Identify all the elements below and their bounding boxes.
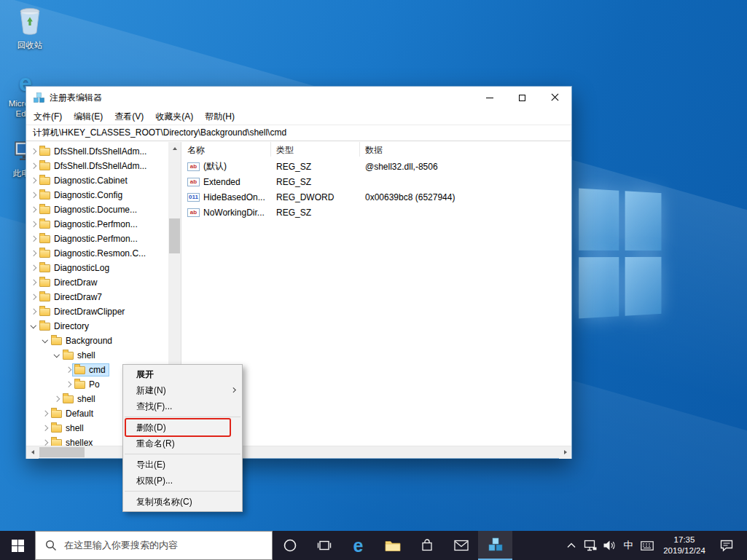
tray-chevron-up-button[interactable] <box>562 531 581 560</box>
tree-item[interactable]: Diagnostic.Config <box>26 188 181 202</box>
scrollbar-thumb[interactable] <box>169 218 180 253</box>
tree-item-body[interactable]: shellex <box>50 437 95 446</box>
tree-item-body[interactable]: Diagnostic.Cabinet <box>38 175 130 186</box>
registry-value-row[interactable]: ab(默认)REG_SZ@shell32.dll,-8506 <box>182 159 571 174</box>
tree-item[interactable]: DfsShell.DfsShellAdm... <box>26 144 181 159</box>
taskbar-store-button[interactable] <box>410 531 444 560</box>
tree-item-body[interactable]: Background <box>50 335 115 347</box>
column-header[interactable]: 类型 <box>271 142 360 157</box>
taskbar-search-box[interactable]: 在这里输入你要搜索的内容 <box>35 531 273 560</box>
chevron-down-icon[interactable] <box>29 322 38 331</box>
maximize-button[interactable] <box>506 87 539 109</box>
tree-item[interactable]: DiagnosticLog <box>26 261 181 275</box>
context-menu-item[interactable]: 删除(D) <box>123 419 242 435</box>
chevron-right-icon[interactable] <box>52 395 61 403</box>
tree-item[interactable]: Directory <box>26 319 181 334</box>
menubar-item[interactable]: 文件(F) <box>28 109 68 125</box>
tree-item[interactable]: Diagnostic.Perfmon... <box>26 217 181 232</box>
context-menu-item[interactable]: 新建(N) <box>123 382 242 398</box>
chevron-right-icon[interactable] <box>29 293 38 301</box>
context-menu-item[interactable]: 重命名(R) <box>123 435 242 451</box>
tree-item[interactable]: DfsShell.DfsShellAdm... <box>26 159 181 173</box>
chevron-right-icon[interactable] <box>29 307 38 316</box>
tray-network-button[interactable] <box>581 531 600 560</box>
taskbar-mail-button[interactable] <box>444 531 478 560</box>
tree-item[interactable]: Diagnostic.Resmon.C... <box>26 246 181 261</box>
tree-item-body[interactable]: Directory <box>38 320 92 332</box>
tree-item-body[interactable]: shell <box>61 393 98 405</box>
action-center-button[interactable] <box>712 531 741 560</box>
tree-item[interactable]: shell <box>26 348 181 363</box>
context-menu-item[interactable]: 展开 <box>123 366 242 382</box>
chevron-right-icon[interactable] <box>29 147 38 156</box>
close-button[interactable] <box>539 87 571 109</box>
tree-item-body[interactable]: DfsShell.DfsShellAdm... <box>38 160 149 172</box>
tree-item-body[interactable]: DirectDraw <box>38 277 100 288</box>
taskbar-clock[interactable]: 17:35 2019/12/24 <box>657 535 712 556</box>
chevron-right-icon[interactable] <box>41 424 50 433</box>
context-menu-item[interactable]: 导出(E) <box>123 457 242 473</box>
menubar-item[interactable]: 帮助(H) <box>199 109 240 125</box>
context-menu-item[interactable]: 复制项名称(C) <box>123 494 242 510</box>
chevron-right-icon[interactable] <box>41 409 50 418</box>
registry-value-row[interactable]: abExtendedREG_SZ <box>182 174 571 189</box>
tray-keyboard-button[interactable] <box>638 531 657 560</box>
tree-item[interactable]: DirectDraw7 <box>26 290 181 304</box>
desktop-icon-recycle-bin[interactable]: 回收站 <box>9 6 51 50</box>
tree-item-body[interactable]: Default <box>50 408 96 419</box>
chevron-right-icon[interactable] <box>64 366 73 374</box>
tree-item-body[interactable]: DiagnosticLog <box>38 262 112 274</box>
address-bar[interactable]: 计算机\HKEY_CLASSES_ROOT\Directory\Backgrou… <box>26 125 571 141</box>
tree-item[interactable]: Diagnostic.Docume... <box>26 202 181 217</box>
tree-item-body[interactable]: Diagnostic.Docume... <box>38 204 140 216</box>
tree-item-body[interactable]: Diagnostic.Config <box>38 189 125 201</box>
tray-volume-button[interactable] <box>600 531 619 560</box>
context-menu-item[interactable]: 权限(P)... <box>123 473 242 489</box>
menubar-item[interactable]: 查看(V) <box>109 109 149 125</box>
taskbar-file-explorer-button[interactable] <box>375 531 410 560</box>
menubar-item[interactable]: 收藏夹(A) <box>149 109 199 125</box>
chevron-right-icon[interactable] <box>29 264 38 272</box>
chevron-right-icon[interactable] <box>41 438 50 446</box>
tree-item-body[interactable]: DirectDraw7 <box>38 291 105 303</box>
chevron-down-icon[interactable] <box>52 351 61 360</box>
tree-item[interactable]: DirectDrawClipper <box>26 304 181 319</box>
chevron-right-icon[interactable] <box>64 380 73 389</box>
scroll-up-arrow[interactable] <box>168 142 181 154</box>
chevron-right-icon[interactable] <box>29 205 38 214</box>
tree-item[interactable]: Diagnostic.Perfmon... <box>26 232 181 246</box>
context-menu-item[interactable]: 查找(F)... <box>123 398 242 414</box>
registry-value-row[interactable]: abNoWorkingDir...REG_SZ <box>182 205 571 220</box>
tree-item-body[interactable]: Diagnostic.Resmon.C... <box>38 248 149 259</box>
tree-item-body[interactable]: shell <box>61 350 98 361</box>
taskbar-task-view-button[interactable] <box>307 531 341 560</box>
chevron-right-icon[interactable] <box>29 278 38 287</box>
chevron-right-icon[interactable] <box>29 220 38 229</box>
tree-item-body[interactable]: Po <box>73 379 103 390</box>
tree-item[interactable]: DirectDraw <box>26 275 181 290</box>
column-header[interactable]: 名称 <box>182 142 271 157</box>
chevron-right-icon[interactable] <box>29 191 38 200</box>
title-bar[interactable]: 注册表编辑器 <box>26 87 571 109</box>
column-header[interactable]: 数据 <box>360 142 571 157</box>
tree-item-body[interactable]: shell <box>50 422 87 434</box>
chevron-down-icon[interactable] <box>41 336 50 345</box>
chevron-right-icon[interactable] <box>29 176 38 185</box>
chevron-right-icon[interactable] <box>29 162 38 170</box>
tree-item-body[interactable]: Diagnostic.Perfmon... <box>38 218 141 230</box>
minimize-button[interactable] <box>473 87 506 109</box>
tree-item[interactable]: Background <box>26 334 181 348</box>
horizontal-scrollbar[interactable] <box>26 446 571 458</box>
tree-item[interactable]: Diagnostic.Cabinet <box>26 173 181 188</box>
registry-value-row[interactable]: 011HideBasedOn...REG_DWORD0x00639bc8 (65… <box>182 189 571 205</box>
chevron-right-icon[interactable] <box>29 234 38 243</box>
tree-item-selected[interactable]: cmd <box>73 364 109 376</box>
chevron-right-icon[interactable] <box>29 249 38 258</box>
start-button[interactable] <box>0 531 35 560</box>
taskbar-regedit-button[interactable] <box>478 531 512 560</box>
scroll-left-arrow[interactable] <box>26 446 39 459</box>
tree-item-body[interactable]: DfsShell.DfsShellAdm... <box>38 146 149 157</box>
menubar-item[interactable]: 编辑(E) <box>68 109 109 125</box>
tree-item-body[interactable]: Diagnostic.Perfmon... <box>38 233 141 245</box>
tree-item-body[interactable]: DirectDrawClipper <box>38 306 128 318</box>
